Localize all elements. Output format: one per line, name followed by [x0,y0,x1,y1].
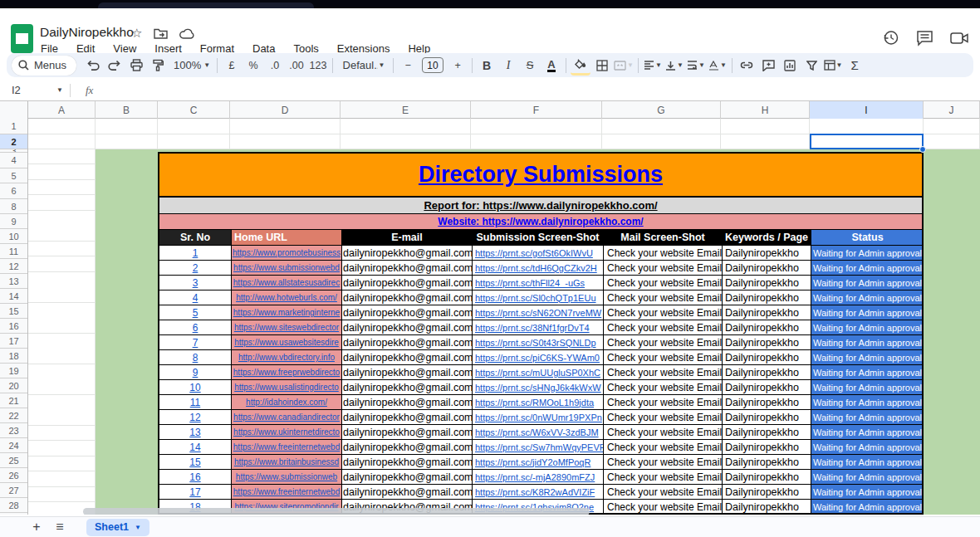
email-cell[interactable]: dailyniropekkho@gmail.com [342,455,473,470]
row-header-9[interactable]: 9 [0,214,27,229]
email-cell[interactable]: dailyniropekkho@gmail.com [342,305,473,320]
sr-no-cell[interactable]: 2 [159,261,232,276]
header-keywords-page[interactable]: Keywords / Page [723,230,811,246]
email-cell[interactable]: dailyniropekkho@gmail.com [342,485,473,500]
mail-screenshot-cell[interactable]: Check your website Email [604,335,723,350]
submission-screenshot-cell[interactable]: https://prnt.sc/RMOoL1h9jdta [473,395,604,410]
row-header-28[interactable]: 28 [0,498,27,513]
sr-no-cell[interactable]: 7 [159,335,232,350]
website-row[interactable]: Website: https://www.dailyniropekkho.com… [159,214,922,230]
status-cell[interactable]: Waiting for Admin approval [811,305,924,320]
name-box[interactable]: I2▼ [0,84,63,96]
mail-screenshot-cell[interactable]: Check your website Email [604,380,723,395]
mail-screenshot-cell[interactable]: Check your website Email [604,410,723,425]
keywords-cell[interactable]: Dailyniropekkho [723,380,811,395]
sr-no-cell[interactable]: 6 [159,320,232,335]
video-call-icon[interactable] [950,32,968,45]
status-cell[interactable]: Waiting for Admin approval [811,261,924,276]
email-cell[interactable]: dailyniropekkho@gmail.com [342,395,473,410]
vertical-align-button[interactable]: ▼ [664,56,684,76]
keywords-cell[interactable]: Dailyniropekkho [723,350,811,365]
cloud-saved-icon[interactable] [179,28,195,39]
row-header-17[interactable]: 17 [0,334,27,349]
row-header-12[interactable]: 12 [0,259,27,274]
status-cell[interactable]: Waiting for Admin approval [811,335,924,350]
sr-no-cell[interactable]: 10 [159,380,232,395]
number-format-button[interactable]: 123 [308,56,328,76]
fill-color-button[interactable] [571,56,590,76]
email-cell[interactable]: dailyniropekkho@gmail.com [342,470,473,485]
row-header-24[interactable]: 24 [0,438,27,453]
browser-tab[interactable] [98,2,314,8]
home-url-cell[interactable]: http://www.vbdirectory.info [232,350,342,365]
email-cell[interactable]: dailyniropekkho@gmail.com [342,276,473,290]
redo-button[interactable] [105,56,125,76]
status-cell[interactable]: Waiting for Admin approval [811,470,924,485]
keywords-cell[interactable]: Dailyniropekkho [723,500,811,515]
comments-icon[interactable] [916,30,933,46]
email-cell[interactable]: dailyniropekkho@gmail.com [342,440,473,455]
row-header-13[interactable]: 13 [0,274,27,289]
move-to-folder-icon[interactable] [154,27,168,39]
borders-button[interactable] [592,56,612,76]
column-header-H[interactable]: H [721,101,810,119]
status-cell[interactable]: Waiting for Admin approval [811,455,924,470]
home-url-cell[interactable]: https://www.freeinternetwebd [232,485,342,500]
status-cell[interactable]: Waiting for Admin approval [811,276,924,290]
version-history-icon[interactable] [882,29,899,46]
home-url-cell[interactable]: https://www.submissionweb [232,470,342,485]
text-wrap-button[interactable]: ▼ [686,56,706,76]
row-header-20[interactable]: 20 [0,378,27,393]
mail-screenshot-cell[interactable]: Check your website Email [604,350,723,365]
home-url-cell[interactable]: https://www.freeprwebdirecto [232,365,342,380]
row-header-21[interactable]: 21 [0,393,27,408]
mail-screenshot-cell[interactable]: Check your website Email [604,276,723,290]
increase-decimal-button[interactable]: .00 [287,56,306,76]
submission-screenshot-cell[interactable]: https://prnt.sc/sHNgJ6k4kWxW [473,380,604,395]
horizontal-align-button[interactable]: ▼ [643,56,663,76]
home-url-cell[interactable]: https://www.siteswebdirector [232,320,342,335]
status-cell[interactable]: Waiting for Admin approval [811,290,924,305]
insert-link-button[interactable] [737,56,757,76]
paint-format-button[interactable] [148,56,168,76]
row-header-18[interactable]: 18 [0,349,27,364]
font-select[interactable]: Defaul...▼ [337,56,389,76]
row-header-26[interactable]: 26 [0,468,27,483]
row-header-2[interactable]: 2 [0,134,27,149]
column-a-cells[interactable] [28,149,96,515]
submission-screenshot-cell[interactable]: https://prnt.sc/sN62ON7rveMW [473,305,604,320]
home-url-cell[interactable]: https://www.allstatesusadirec [232,276,342,290]
email-cell[interactable]: dailyniropekkho@gmail.com [342,425,473,440]
sr-no-cell[interactable]: 9 [159,365,232,380]
row-header-6[interactable]: 6 [0,183,27,199]
star-icon[interactable]: ☆ [131,26,142,41]
keywords-cell[interactable]: Dailyniropekkho [723,440,811,455]
row-header-1[interactable]: 1 [0,119,27,134]
text-color-button[interactable]: A [547,59,555,72]
functions-button[interactable]: Σ [845,56,865,76]
home-url-cell[interactable]: https://www.canadiandirector [232,410,342,425]
keywords-cell[interactable]: Dailyniropekkho [723,365,811,380]
submission-screenshot-cell[interactable]: https://prnt.sc/piC6KS-YWAm0 [473,350,604,365]
status-cell[interactable]: Waiting for Admin approval [811,320,924,335]
header-email[interactable]: E-mail [342,230,473,246]
print-button[interactable] [126,56,146,76]
zoom-select[interactable]: 100%▼ [169,56,213,76]
keywords-cell[interactable]: Dailyniropekkho [723,276,811,290]
text-rotation-button[interactable]: ▼ [708,56,728,76]
fill-handle[interactable] [919,146,926,153]
row-header-23[interactable]: 23 [0,423,27,438]
column-header-E[interactable]: E [341,101,471,119]
column-header-C[interactable]: C [158,101,230,119]
status-cell[interactable]: Waiting for Admin approval [811,500,924,515]
home-url-cell[interactable]: https://www.submissionwebd [232,261,342,276]
sr-no-cell[interactable]: 12 [159,410,232,425]
row-header-27[interactable]: 27 [0,483,27,498]
header-submission-screenshot[interactable]: Submission Screen-Shot [473,230,604,246]
email-cell[interactable]: dailyniropekkho@gmail.com [342,320,473,335]
mail-screenshot-cell[interactable]: Check your website Email [604,305,723,320]
submission-screenshot-cell[interactable]: https://prnt.sc/mUUgluSP0XhC [473,365,604,380]
mail-screenshot-cell[interactable]: Check your website Email [604,395,723,410]
decrease-font-size-button[interactable]: − [398,56,418,76]
home-url-cell[interactable]: https://www.ukinternetdirecto [232,425,342,440]
